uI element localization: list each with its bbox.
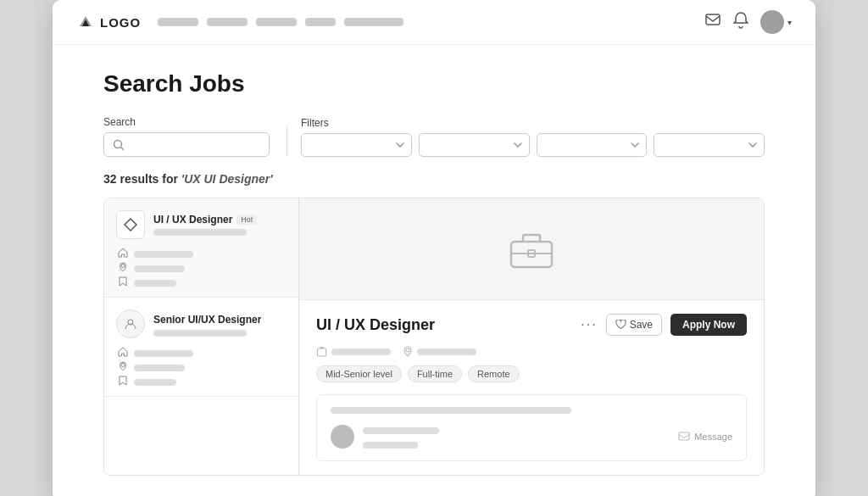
svg-rect-10 <box>679 432 689 440</box>
location-item-2 <box>403 346 476 357</box>
home-icon <box>118 248 128 258</box>
job-card-2-top: Senior UI/UX Designer <box>116 309 287 338</box>
more-button[interactable]: ··· <box>581 317 597 332</box>
bell-icon[interactable] <box>733 12 748 33</box>
search-input[interactable] <box>130 138 260 151</box>
tag-3: Remote <box>468 365 520 382</box>
search-filter-divider <box>287 126 287 157</box>
filter-select-2[interactable] <box>419 133 530 157</box>
card2-bottom-row: Message <box>331 424 732 449</box>
logo[interactable]: LOGO <box>76 13 141 31</box>
briefcase-icon <box>506 224 557 275</box>
svg-point-4 <box>121 364 125 367</box>
building-icon <box>316 346 327 357</box>
home-icon-2 <box>118 347 128 357</box>
save-button[interactable]: Save <box>606 314 662 336</box>
nav-link-5[interactable] <box>344 18 403 26</box>
filter-dropdowns <box>301 133 765 157</box>
location-item-1 <box>316 346 391 357</box>
job-detail-title: UI / UX Designer <box>316 316 435 334</box>
search-filter-row: Search Filters <box>103 116 765 157</box>
card2-bar-1 <box>363 427 439 434</box>
job-card-2-company-bar <box>153 330 247 337</box>
meta-bar-5 <box>134 365 185 371</box>
filter-select-3[interactable] <box>537 133 648 157</box>
logo-text: LOGO <box>100 15 141 30</box>
job-card-1-title: UI / UX Designer <box>153 214 232 226</box>
search-section: Search <box>103 116 273 157</box>
nav-link-2[interactable] <box>207 18 248 26</box>
card2-message-area[interactable]: Message <box>678 432 732 442</box>
job-list-panel: UI / UX Designer Hot <box>104 198 299 475</box>
job-detail-body: UI / UX Designer ··· Save Apply Now <box>299 300 764 475</box>
bookmark-icon-1 <box>118 276 128 287</box>
job-card-2[interactable]: Senior UI/UX Designer <box>104 298 298 397</box>
job-detail-card2: Message <box>316 394 747 461</box>
svg-rect-8 <box>318 348 326 356</box>
nav-link-4[interactable] <box>305 18 336 26</box>
job-card-1-meta <box>116 248 287 287</box>
job-detail-actions: ··· Save Apply Now <box>581 314 747 336</box>
meta-bar-2 <box>134 265 185 272</box>
bookmark-icon-2 <box>118 376 128 386</box>
job-card-1-meta-2 <box>118 262 287 272</box>
job-detail-hero <box>299 198 764 300</box>
job-detail-header: UI / UX Designer ··· Save Apply Now <box>316 314 747 336</box>
filter-select-1[interactable] <box>301 133 412 157</box>
job-card-1-company-bar <box>153 229 247 236</box>
results-query: 'UX UI Designer' <box>181 172 273 186</box>
search-input-wrap[interactable] <box>103 132 270 157</box>
job-detail-panel: UI / UX Designer ··· Save Apply Now <box>299 198 764 475</box>
chevron-down-icon: ▾ <box>787 18 792 27</box>
job-card-2-meta <box>116 347 287 386</box>
results-count: 32 results for 'UX UI Designer' <box>103 172 765 186</box>
svg-rect-0 <box>706 14 720 25</box>
job-card-1-meta-3 <box>118 276 287 287</box>
nav-link-1[interactable] <box>158 18 198 26</box>
pin-icon <box>403 346 413 357</box>
company-logo-1 <box>116 210 145 239</box>
meta-bar-4 <box>134 350 193 357</box>
job-card-1-top: UI / UX Designer Hot <box>116 210 287 239</box>
job-card-1[interactable]: UI / UX Designer Hot <box>104 198 298 298</box>
nav-left: LOGO <box>76 13 403 31</box>
avatar <box>760 10 784 34</box>
meta-bar-6 <box>134 379 176 386</box>
svg-point-2 <box>121 265 125 268</box>
job-card-1-meta-1 <box>118 248 287 258</box>
diamond-icon <box>123 217 138 232</box>
main-content: Search Jobs Search Filters <box>53 45 815 496</box>
jobs-layout: UI / UX Designer Hot <box>103 198 765 476</box>
job-card-2-meta-3 <box>118 376 287 386</box>
job-card-2-meta-2 <box>118 361 287 371</box>
nav-link-3[interactable] <box>256 18 297 26</box>
heart-icon <box>615 320 626 331</box>
svg-point-9 <box>406 348 409 352</box>
job-detail-location-row <box>316 346 747 357</box>
job-card-2-meta-1 <box>118 347 287 357</box>
job-card-2-title: Senior UI/UX Designer <box>153 314 261 326</box>
navbar: LOGO <box>53 0 815 45</box>
apply-button[interactable]: Apply Now <box>670 314 747 336</box>
message-icon[interactable] <box>704 12 721 33</box>
page-title: Search Jobs <box>103 70 765 98</box>
location-bar-detail <box>417 348 476 355</box>
card2-avatar <box>331 425 354 449</box>
filter-select-4[interactable] <box>654 133 765 157</box>
tag-1: Mid-Senior level <box>316 365 402 382</box>
location-icon <box>118 262 128 272</box>
meta-bar-3 <box>134 280 176 287</box>
tag-2: Full-time <box>408 365 462 382</box>
results-number: 32 results for <box>103 172 178 186</box>
company-logo-2 <box>116 309 145 338</box>
hot-badge: Hot <box>236 215 257 225</box>
user-avatar-row[interactable]: ▾ <box>760 10 792 34</box>
person-icon <box>125 318 136 330</box>
filters-label: Filters <box>301 117 765 129</box>
message-label: Message <box>694 432 732 442</box>
search-label: Search <box>103 116 273 128</box>
nav-links <box>158 18 403 26</box>
filters-section: Filters <box>301 117 765 157</box>
job-card-2-title-wrap: Senior UI/UX Designer <box>153 311 287 337</box>
browser-window: LOGO <box>53 0 815 496</box>
